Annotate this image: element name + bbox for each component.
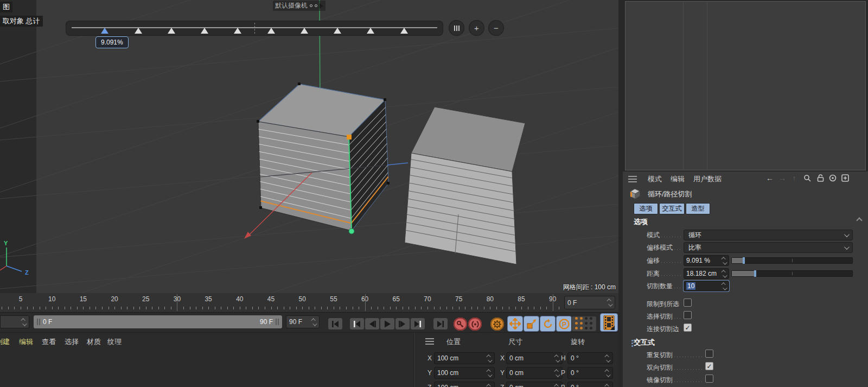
field-spinner[interactable] [487,369,492,377]
rotation-field[interactable]: 0 ° [567,367,613,379]
ruler-tick [227,307,228,309]
ruler-tick [477,307,478,309]
dots-grid-button[interactable] [571,316,597,332]
coord-system-button[interactable]: P [556,316,572,332]
autokey-icon [471,320,480,328]
menu-edit[interactable]: 编辑 [19,337,33,347]
viewport-3d[interactable]: Y Z 图 取对象 总计 默认摄像机 + − 9.091% 网格间距 : 100… [0,0,618,293]
field-spinner[interactable] [555,369,559,377]
ruler-tick [409,307,409,309]
frame-spinner[interactable] [608,299,612,307]
ruler-tick [390,307,391,309]
coord-axis-label: Z [500,384,504,387]
field-spinner[interactable] [555,384,559,387]
field-spinner[interactable] [605,354,610,363]
timeline-ruler[interactable]: 51015202530354045505560657075808590 [0,293,618,313]
autokey-button[interactable] [468,318,482,331]
cut-marker[interactable] [234,28,241,34]
scene-canvas: Y Z [0,0,618,293]
range-left-grip[interactable] [37,319,40,325]
frame-range-slider[interactable]: 0 F 90 F [34,315,282,328]
menu-view[interactable]: 查看 [42,337,56,347]
menu-material[interactable]: 材质 [87,337,101,347]
ruler-tick-label: 45 [267,295,275,303]
menu-create[interactable]: 创建 [0,337,10,347]
rotation-field[interactable]: 0 ° [567,382,613,387]
splitter-grip-icon[interactable] [631,340,633,347]
field-spinner[interactable] [487,354,492,363]
scale-tool-button[interactable] [524,316,539,332]
menu-texture[interactable]: 纹理 [107,337,122,347]
position-field[interactable]: 100 cm [434,352,495,364]
rotate-tool-button[interactable] [540,316,556,332]
ruler-tick [290,307,290,309]
ruler-tick-label: 70 [424,295,431,303]
range-end-label: 90 F [260,318,273,326]
checkbox[interactable]: ✓ [705,362,713,370]
field-spinner[interactable] [605,384,610,387]
checkbox[interactable] [705,350,713,358]
add-cut-button[interactable]: + [469,21,484,35]
prev-key-button[interactable] [349,318,365,330]
next-frame-button[interactable] [395,318,410,330]
prev-frame-button[interactable] [365,318,380,330]
keying-settings-button[interactable] [490,318,504,331]
cut-marker[interactable] [334,28,341,34]
next-frame-icon [398,320,407,328]
move-tool-button[interactable] [507,316,523,332]
menu-select[interactable]: 选择 [65,337,79,347]
size-field[interactable]: 0 cm [506,352,563,364]
start-frame-spinner[interactable] [22,318,26,326]
remove-cut-button[interactable]: − [489,21,503,35]
cut-marker[interactable] [267,28,275,34]
cut-offset-slider[interactable] [66,21,443,35]
ruler-tick [371,307,372,309]
field-spinner[interactable] [605,369,610,377]
cut-marker[interactable] [101,28,108,34]
cut-marker[interactable] [135,28,142,34]
end-frame-field[interactable]: 90 F [286,315,320,328]
ruler-tick [465,307,465,309]
coord-axis-label: P [561,369,565,377]
ruler-tick [452,307,453,309]
camera-name-label[interactable]: 默认摄像机 [273,1,326,11]
play-button[interactable] [380,318,395,330]
ruler-tick-label: 75 [455,295,462,303]
panel-divider[interactable] [413,333,414,387]
cut-marker[interactable] [301,28,308,34]
next-key-button[interactable] [410,318,425,330]
ruler-tick [559,307,559,309]
ruler-tick [427,307,428,309]
ruler-tick [127,307,127,309]
dopesheet-panel[interactable] [625,1,866,170]
goto-end-button[interactable] [433,318,448,330]
field-spinner[interactable] [487,384,492,387]
ruler-tick [102,307,103,309]
record-keyframe-button[interactable] [454,318,467,331]
slider-keys-button[interactable] [449,21,464,35]
position-field[interactable]: 100 cm [434,367,495,379]
cut-marker[interactable] [400,28,408,34]
size-field[interactable]: 0 cm [506,367,563,379]
current-frame-field[interactable]: 0 F [564,296,615,309]
checkbox[interactable] [705,375,713,383]
range-right-grip[interactable] [276,319,279,325]
rotation-field[interactable]: 0 ° [567,352,613,364]
size-field[interactable]: 0 cm [506,382,563,387]
start-frame-field[interactable] [0,315,29,328]
dopesheet-column-divider [683,2,684,169]
ruler-tick [121,307,122,309]
end-frame-spinner[interactable] [312,318,316,326]
ruler-tick [246,307,246,309]
field-spinner[interactable] [555,354,559,363]
cut-marker[interactable] [367,28,374,34]
cut-marker[interactable] [201,28,208,34]
goto-start-button[interactable] [328,318,343,330]
cut-marker[interactable] [168,28,175,34]
ruler-tick [446,307,447,309]
timeline-window-button[interactable] [600,313,618,332]
ruler-tick [114,307,115,309]
ruler-tick [233,307,234,309]
position-field[interactable]: 100 cm [434,382,495,387]
ruler-tick [52,307,53,309]
